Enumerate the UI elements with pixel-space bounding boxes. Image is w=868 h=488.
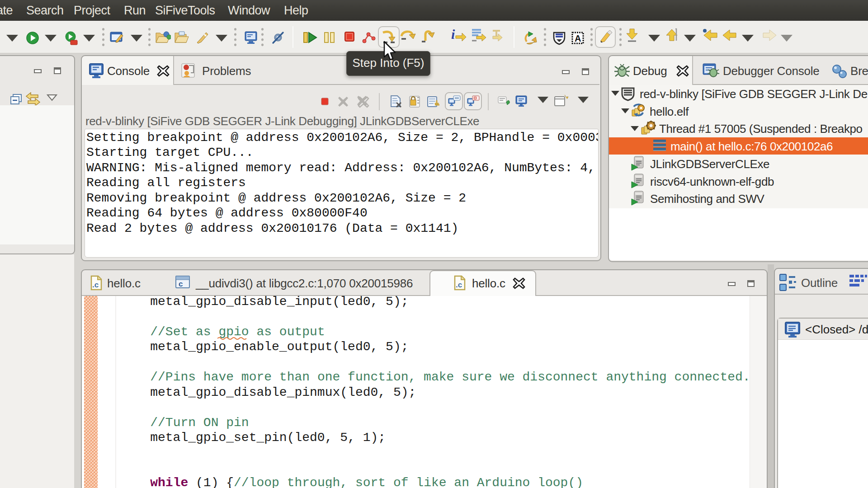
svg-text:i: i bbox=[451, 27, 455, 42]
svg-text:A: A bbox=[575, 33, 581, 43]
svg-text:.c: .c bbox=[92, 281, 99, 289]
svg-text:.c: .c bbox=[456, 281, 462, 289]
svg-text:c: c bbox=[179, 280, 183, 288]
